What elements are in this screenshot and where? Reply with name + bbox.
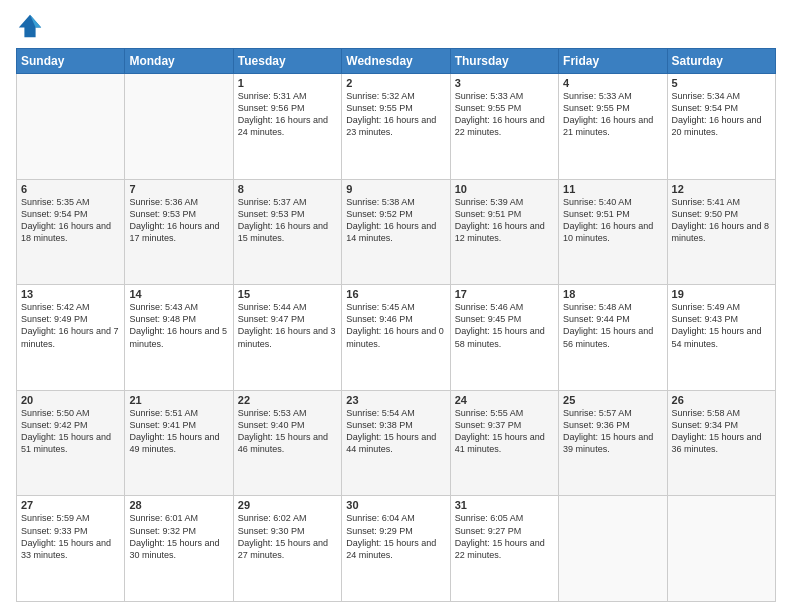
day-info: Sunrise: 5:46 AM Sunset: 9:45 PM Dayligh… xyxy=(455,301,554,350)
day-info: Sunrise: 5:41 AM Sunset: 9:50 PM Dayligh… xyxy=(672,196,771,245)
day-number: 11 xyxy=(563,183,662,195)
calendar-cell: 3Sunrise: 5:33 AM Sunset: 9:55 PM Daylig… xyxy=(450,74,558,180)
calendar-cell: 5Sunrise: 5:34 AM Sunset: 9:54 PM Daylig… xyxy=(667,74,775,180)
day-header-thursday: Thursday xyxy=(450,49,558,74)
day-number: 16 xyxy=(346,288,445,300)
day-info: Sunrise: 5:35 AM Sunset: 9:54 PM Dayligh… xyxy=(21,196,120,245)
day-info: Sunrise: 5:36 AM Sunset: 9:53 PM Dayligh… xyxy=(129,196,228,245)
calendar-cell: 17Sunrise: 5:46 AM Sunset: 9:45 PM Dayli… xyxy=(450,285,558,391)
calendar-cell: 9Sunrise: 5:38 AM Sunset: 9:52 PM Daylig… xyxy=(342,179,450,285)
calendar-cell: 16Sunrise: 5:45 AM Sunset: 9:46 PM Dayli… xyxy=(342,285,450,391)
calendar-cell: 14Sunrise: 5:43 AM Sunset: 9:48 PM Dayli… xyxy=(125,285,233,391)
day-info: Sunrise: 5:38 AM Sunset: 9:52 PM Dayligh… xyxy=(346,196,445,245)
day-number: 30 xyxy=(346,499,445,511)
header xyxy=(16,12,776,40)
day-info: Sunrise: 6:01 AM Sunset: 9:32 PM Dayligh… xyxy=(129,512,228,561)
day-info: Sunrise: 5:59 AM Sunset: 9:33 PM Dayligh… xyxy=(21,512,120,561)
day-info: Sunrise: 5:34 AM Sunset: 9:54 PM Dayligh… xyxy=(672,90,771,139)
calendar-cell: 25Sunrise: 5:57 AM Sunset: 9:36 PM Dayli… xyxy=(559,390,667,496)
calendar-cell: 1Sunrise: 5:31 AM Sunset: 9:56 PM Daylig… xyxy=(233,74,341,180)
day-number: 25 xyxy=(563,394,662,406)
day-number: 10 xyxy=(455,183,554,195)
day-info: Sunrise: 5:37 AM Sunset: 9:53 PM Dayligh… xyxy=(238,196,337,245)
day-header-saturday: Saturday xyxy=(667,49,775,74)
week-row-3: 20Sunrise: 5:50 AM Sunset: 9:42 PM Dayli… xyxy=(17,390,776,496)
day-info: Sunrise: 5:39 AM Sunset: 9:51 PM Dayligh… xyxy=(455,196,554,245)
calendar-cell: 19Sunrise: 5:49 AM Sunset: 9:43 PM Dayli… xyxy=(667,285,775,391)
day-info: Sunrise: 6:04 AM Sunset: 9:29 PM Dayligh… xyxy=(346,512,445,561)
day-number: 14 xyxy=(129,288,228,300)
logo-icon xyxy=(16,12,44,40)
calendar-cell: 26Sunrise: 5:58 AM Sunset: 9:34 PM Dayli… xyxy=(667,390,775,496)
calendar-cell: 20Sunrise: 5:50 AM Sunset: 9:42 PM Dayli… xyxy=(17,390,125,496)
day-info: Sunrise: 5:49 AM Sunset: 9:43 PM Dayligh… xyxy=(672,301,771,350)
logo xyxy=(16,12,48,40)
day-number: 8 xyxy=(238,183,337,195)
day-info: Sunrise: 5:58 AM Sunset: 9:34 PM Dayligh… xyxy=(672,407,771,456)
day-number: 22 xyxy=(238,394,337,406)
calendar-cell: 13Sunrise: 5:42 AM Sunset: 9:49 PM Dayli… xyxy=(17,285,125,391)
day-info: Sunrise: 5:54 AM Sunset: 9:38 PM Dayligh… xyxy=(346,407,445,456)
day-number: 6 xyxy=(21,183,120,195)
calendar-cell: 31Sunrise: 6:05 AM Sunset: 9:27 PM Dayli… xyxy=(450,496,558,602)
header-row: SundayMondayTuesdayWednesdayThursdayFrid… xyxy=(17,49,776,74)
day-info: Sunrise: 5:51 AM Sunset: 9:41 PM Dayligh… xyxy=(129,407,228,456)
day-number: 20 xyxy=(21,394,120,406)
calendar-table: SundayMondayTuesdayWednesdayThursdayFrid… xyxy=(16,48,776,602)
week-row-0: 1Sunrise: 5:31 AM Sunset: 9:56 PM Daylig… xyxy=(17,74,776,180)
day-info: Sunrise: 5:32 AM Sunset: 9:55 PM Dayligh… xyxy=(346,90,445,139)
day-info: Sunrise: 5:33 AM Sunset: 9:55 PM Dayligh… xyxy=(563,90,662,139)
calendar-cell: 2Sunrise: 5:32 AM Sunset: 9:55 PM Daylig… xyxy=(342,74,450,180)
day-number: 2 xyxy=(346,77,445,89)
calendar-cell: 29Sunrise: 6:02 AM Sunset: 9:30 PM Dayli… xyxy=(233,496,341,602)
day-number: 5 xyxy=(672,77,771,89)
calendar-cell xyxy=(17,74,125,180)
day-number: 31 xyxy=(455,499,554,511)
calendar-cell xyxy=(559,496,667,602)
day-number: 24 xyxy=(455,394,554,406)
calendar-header: SundayMondayTuesdayWednesdayThursdayFrid… xyxy=(17,49,776,74)
day-number: 1 xyxy=(238,77,337,89)
day-info: Sunrise: 5:57 AM Sunset: 9:36 PM Dayligh… xyxy=(563,407,662,456)
calendar-cell: 4Sunrise: 5:33 AM Sunset: 9:55 PM Daylig… xyxy=(559,74,667,180)
calendar-cell: 6Sunrise: 5:35 AM Sunset: 9:54 PM Daylig… xyxy=(17,179,125,285)
day-number: 17 xyxy=(455,288,554,300)
day-number: 7 xyxy=(129,183,228,195)
calendar-cell: 30Sunrise: 6:04 AM Sunset: 9:29 PM Dayli… xyxy=(342,496,450,602)
day-info: Sunrise: 5:48 AM Sunset: 9:44 PM Dayligh… xyxy=(563,301,662,350)
week-row-4: 27Sunrise: 5:59 AM Sunset: 9:33 PM Dayli… xyxy=(17,496,776,602)
calendar-body: 1Sunrise: 5:31 AM Sunset: 9:56 PM Daylig… xyxy=(17,74,776,602)
week-row-2: 13Sunrise: 5:42 AM Sunset: 9:49 PM Dayli… xyxy=(17,285,776,391)
calendar-cell: 27Sunrise: 5:59 AM Sunset: 9:33 PM Dayli… xyxy=(17,496,125,602)
calendar-cell xyxy=(125,74,233,180)
day-info: Sunrise: 5:45 AM Sunset: 9:46 PM Dayligh… xyxy=(346,301,445,350)
day-number: 3 xyxy=(455,77,554,89)
calendar-cell: 24Sunrise: 5:55 AM Sunset: 9:37 PM Dayli… xyxy=(450,390,558,496)
day-info: Sunrise: 5:50 AM Sunset: 9:42 PM Dayligh… xyxy=(21,407,120,456)
day-info: Sunrise: 5:31 AM Sunset: 9:56 PM Dayligh… xyxy=(238,90,337,139)
day-info: Sunrise: 6:05 AM Sunset: 9:27 PM Dayligh… xyxy=(455,512,554,561)
calendar-cell: 22Sunrise: 5:53 AM Sunset: 9:40 PM Dayli… xyxy=(233,390,341,496)
day-number: 9 xyxy=(346,183,445,195)
calendar-cell: 11Sunrise: 5:40 AM Sunset: 9:51 PM Dayli… xyxy=(559,179,667,285)
calendar-cell: 12Sunrise: 5:41 AM Sunset: 9:50 PM Dayli… xyxy=(667,179,775,285)
day-info: Sunrise: 5:33 AM Sunset: 9:55 PM Dayligh… xyxy=(455,90,554,139)
day-number: 28 xyxy=(129,499,228,511)
calendar-cell: 8Sunrise: 5:37 AM Sunset: 9:53 PM Daylig… xyxy=(233,179,341,285)
day-number: 15 xyxy=(238,288,337,300)
calendar-cell: 18Sunrise: 5:48 AM Sunset: 9:44 PM Dayli… xyxy=(559,285,667,391)
day-number: 27 xyxy=(21,499,120,511)
day-header-wednesday: Wednesday xyxy=(342,49,450,74)
day-number: 19 xyxy=(672,288,771,300)
calendar-cell: 10Sunrise: 5:39 AM Sunset: 9:51 PM Dayli… xyxy=(450,179,558,285)
day-number: 23 xyxy=(346,394,445,406)
day-number: 13 xyxy=(21,288,120,300)
day-header-tuesday: Tuesday xyxy=(233,49,341,74)
day-info: Sunrise: 5:44 AM Sunset: 9:47 PM Dayligh… xyxy=(238,301,337,350)
day-number: 29 xyxy=(238,499,337,511)
day-info: Sunrise: 5:40 AM Sunset: 9:51 PM Dayligh… xyxy=(563,196,662,245)
page: SundayMondayTuesdayWednesdayThursdayFrid… xyxy=(0,0,792,612)
day-info: Sunrise: 5:42 AM Sunset: 9:49 PM Dayligh… xyxy=(21,301,120,350)
day-header-sunday: Sunday xyxy=(17,49,125,74)
day-number: 18 xyxy=(563,288,662,300)
